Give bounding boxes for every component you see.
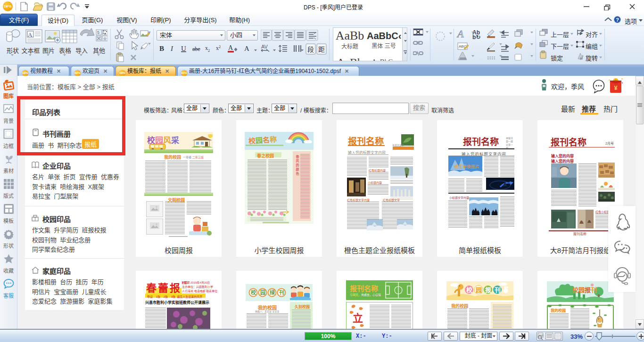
- svg-text:点击更换图片: 点击更换图片: [454, 164, 479, 169]
- svg-text:B: B: [159, 45, 164, 52]
- svg-text:I: I: [170, 45, 173, 52]
- svg-text:U: U: [181, 45, 186, 52]
- svg-text:刊: 刊: [279, 290, 284, 295]
- svg-text:A: A: [244, 45, 249, 52]
- svg-text:¥: ¥: [614, 84, 618, 91]
- svg-text:报: 报: [485, 286, 492, 293]
- svg-text:5: 5: [97, 30, 99, 35]
- svg-text:段: 段: [307, 46, 314, 53]
- svg-text:立: 立: [353, 312, 363, 324]
- svg-text:园: 园: [476, 286, 482, 293]
- svg-text:A: A: [456, 28, 464, 40]
- svg-text:校: 校: [251, 289, 256, 295]
- svg-text:园: 园: [260, 290, 265, 295]
- svg-text:AV: AV: [261, 44, 268, 49]
- svg-text:2: 2: [208, 49, 210, 53]
- svg-text:abe: abe: [192, 46, 200, 52]
- svg-text:刊: 刊: [495, 286, 501, 293]
- svg-text:校: 校: [466, 286, 473, 293]
- svg-text:2: 2: [219, 45, 221, 49]
- svg-text:b↻: b↻: [472, 34, 480, 41]
- svg-text:A: A: [228, 44, 233, 51]
- svg-text:距: 距: [318, 46, 325, 53]
- svg-text:A: A: [28, 31, 33, 38]
- svg-text:绿: 绿: [270, 289, 275, 295]
